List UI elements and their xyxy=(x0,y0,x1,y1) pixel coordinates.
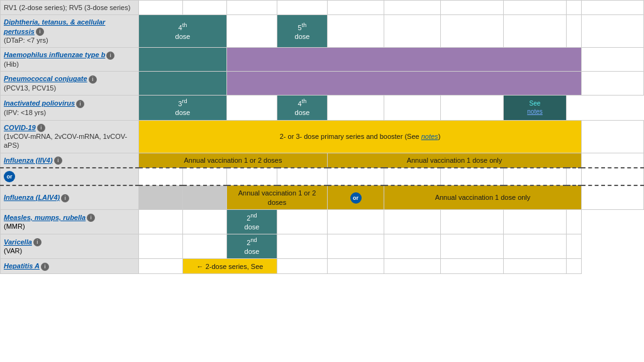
schedule-cell xyxy=(277,209,328,234)
vaccine-name-cell: Measles, mumps, rubellai(MMR) xyxy=(1,209,139,234)
schedule-cell: Annual vaccination 1 or 2 doses xyxy=(227,185,328,209)
vaccine-name-link[interactable]: Haemophilus influenzae type b xyxy=(4,51,105,58)
info-icon[interactable]: i xyxy=(54,156,62,165)
schedule-cell xyxy=(504,15,567,48)
schedule-cell xyxy=(139,234,183,259)
schedule-cell xyxy=(227,96,277,120)
schedule-cell: 4thdose xyxy=(277,96,328,120)
schedule-cell: Seenotes xyxy=(504,96,567,120)
schedule-cell xyxy=(384,96,441,120)
schedule-cell xyxy=(277,234,328,259)
schedule-cell xyxy=(139,48,227,72)
schedule-cell xyxy=(183,209,227,234)
or-filler-cell xyxy=(277,168,328,185)
or-filler-cell xyxy=(139,168,183,185)
vaccine-name-cell: RV1 (2-dose series); RV5 (3-dose series) xyxy=(1,1,139,15)
vaccine-sub-text: (Hib) xyxy=(4,60,19,68)
schedule-cell xyxy=(567,234,582,259)
info-icon[interactable]: i xyxy=(33,238,42,246)
vaccine-sub-text: (DTaP: <7 yrs) xyxy=(4,36,48,44)
schedule-cell-dose: 2nddose xyxy=(227,234,277,259)
schedule-cell xyxy=(384,259,441,274)
vaccine-row-pcv: Pneumococcal conjugatei(PCV13, PCV15) xyxy=(1,72,644,96)
schedule-cell xyxy=(328,259,384,274)
or-filler-cell xyxy=(504,168,567,185)
or-badge: or xyxy=(4,171,15,182)
vaccine-sub-text: (VAR) xyxy=(4,247,22,255)
vaccine-row-hib: Haemophilus influenzae type bi(Hib) xyxy=(1,48,644,72)
vaccine-row-mmr: Measles, mumps, rubellai(MMR)2nddose xyxy=(1,209,644,234)
schedule-cell: 2- or 3- dose primary series and booster… xyxy=(139,120,582,153)
info-icon[interactable]: i xyxy=(106,52,114,60)
or-filler-cell xyxy=(328,168,384,185)
or-filler-cell xyxy=(582,168,644,185)
vaccine-name-link[interactable]: Hepatitis A xyxy=(4,262,40,270)
vaccine-sub-text: (1vCOV-mRNA, 2vCOV-mRNA, 1vCOV-aPS) xyxy=(4,133,127,149)
vaccine-name-link[interactable]: Inactivated poliovirus xyxy=(4,99,75,107)
schedule-cell: Annual vaccination 1 dose only xyxy=(384,185,582,209)
vaccine-name-link[interactable]: Influenza (LAIV4) xyxy=(4,194,60,201)
schedule-cell xyxy=(582,1,644,15)
vaccine-name-link[interactable]: Measles, mumps, rubella xyxy=(4,214,86,221)
or-badge: or xyxy=(350,192,362,204)
schedule-cell xyxy=(441,15,504,48)
schedule-cell-extra xyxy=(582,185,644,209)
schedule-cell-extra xyxy=(582,153,644,168)
vaccine-name-cell: Inactivated poliovirusi(IPV: <18 yrs) xyxy=(1,96,139,120)
or-filler-cell xyxy=(567,168,582,185)
schedule-cell xyxy=(504,1,567,15)
schedule-cell xyxy=(139,185,183,209)
schedule-cell xyxy=(441,234,504,259)
schedule-cell xyxy=(567,15,582,48)
schedule-cell xyxy=(183,234,227,259)
schedule-cell-dose: 2nddose xyxy=(227,209,277,234)
or-filler-cell xyxy=(183,168,227,185)
schedule-cell-extra xyxy=(582,15,644,48)
schedule-cell: Annual vaccination 1 or 2 doses xyxy=(139,153,328,168)
vaccine-name-link[interactable]: Pneumococcal conjugate xyxy=(4,75,87,82)
vaccine-row-dtap: Diphtheria, tetanus, & acellular pertuss… xyxy=(1,15,644,48)
schedule-cell xyxy=(227,1,277,15)
info-icon[interactable]: i xyxy=(37,124,45,132)
or-separator-row: or xyxy=(1,168,644,185)
info-icon[interactable]: i xyxy=(41,263,49,271)
schedule-cell xyxy=(441,96,504,120)
or-filler-cell xyxy=(227,168,277,185)
vaccine-row-varicella: Varicellai(VAR)2nddose xyxy=(1,234,644,259)
vaccine-sub-text: (IPV: <18 yrs) xyxy=(4,109,46,116)
vaccine-name-link[interactable]: COVID-19 xyxy=(4,124,36,131)
vaccine-name-cell: Hepatitis Ai xyxy=(1,259,139,274)
or-filler-cell xyxy=(441,168,504,185)
schedule-cell xyxy=(567,259,582,274)
schedule-cell xyxy=(328,234,384,259)
schedule-cell-extra xyxy=(582,120,644,153)
info-icon[interactable]: i xyxy=(76,100,84,108)
vaccine-name-cell: Pneumococcal conjugatei(PCV13, PCV15) xyxy=(1,72,139,96)
or-mid-cell: or xyxy=(328,185,384,209)
vaccine-name-link[interactable]: Varicella xyxy=(4,238,32,246)
schedule-cell xyxy=(328,96,384,120)
schedule-cell xyxy=(227,15,277,48)
schedule-cell xyxy=(183,185,227,209)
vaccine-name-link[interactable]: Influenza (IIV4) xyxy=(4,156,53,164)
info-icon[interactable]: i xyxy=(36,28,44,36)
or-label-cell: or xyxy=(1,168,139,185)
schedule-cell-extra xyxy=(582,48,644,72)
vaccine-name-cell: Haemophilus influenzae type bi(Hib) xyxy=(1,48,139,72)
vaccine-name-link[interactable]: Diphtheria, tetanus, & acellular pertuss… xyxy=(4,18,105,35)
schedule-cell xyxy=(384,209,441,234)
schedule-cell xyxy=(328,15,384,48)
schedule-cell: Annual vaccination 1 dose only xyxy=(328,153,582,168)
vaccine-row-laiv4: Influenza (LAIV4)iAnnual vaccination 1 o… xyxy=(1,185,644,209)
schedule-cell xyxy=(328,1,384,15)
schedule-cell xyxy=(183,1,227,15)
schedule-cell xyxy=(504,259,567,274)
info-icon[interactable]: i xyxy=(89,75,97,84)
schedule-cell: 5thdose xyxy=(277,15,328,48)
schedule-cell xyxy=(139,1,183,15)
info-icon[interactable]: i xyxy=(87,214,95,222)
schedule-cell xyxy=(384,234,441,259)
vaccine-row-covid: COVID-19i(1vCOV-mRNA, 2vCOV-mRNA, 1vCOV-… xyxy=(1,120,644,153)
info-icon[interactable]: i xyxy=(61,194,69,202)
schedule-cell-dose-series: ← 2-dose series, See xyxy=(183,259,277,274)
